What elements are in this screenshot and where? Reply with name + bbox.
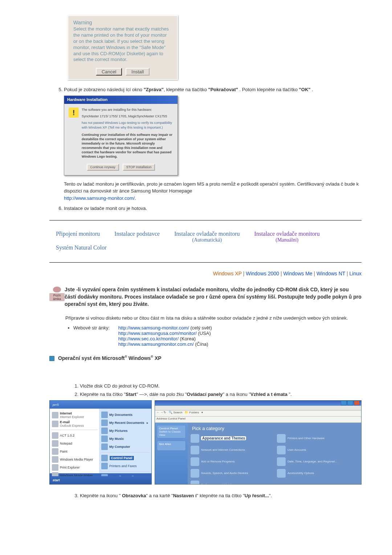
install-tabs: Připojení monitoru Instalace podstavce I… (49, 228, 362, 254)
cancel-button[interactable]: Cancel (96, 68, 122, 76)
start-menu-left: InternetInternet Explorer E-mailOutlook … (50, 409, 99, 473)
link-web-china[interactable]: http://www.samsungmonitor.com.cn/ (118, 341, 194, 347)
link-web-world[interactable]: http://www.samsung-monitor.com/ (118, 325, 189, 331)
tab-natural-color[interactable]: Systém Natural Color (49, 244, 113, 252)
note-icon (53, 287, 61, 292)
warning-text: Select the monitor name that exactly mat… (73, 26, 172, 63)
divider (49, 220, 362, 220)
link-web-usa[interactable]: http://www.samsungusa.com/monitor/ (118, 331, 197, 336)
web-links-item: Webové str ánky: http://www.samsung-moni… (73, 325, 362, 347)
step-5: Pokud je zobrazeno následuj ící okno "Zp… (64, 86, 362, 202)
screenshot-composite: perli InternetInternet Explorer E-mailOu… (49, 400, 362, 485)
warning-dialog: Warning Select the monitor name that exa… (68, 15, 178, 80)
link-windows-2000[interactable]: Windows 2000 (246, 271, 279, 276)
prepare-text: Přípravte si volnou disketu nebo ur čito… (65, 315, 362, 322)
hardware-installation-dialog: Hardware Installation ! The software you… (64, 96, 178, 175)
samsung-monitor-link[interactable]: http://www.samsung-monitor.com/ (64, 195, 135, 201)
address-bar: ← → ↻ 🔍 Search 📁 Folders ▾ (155, 410, 361, 417)
xp-step-1: Vložte disk CD do jednot ky CD-ROM. (80, 383, 362, 390)
continue-anyway-button[interactable]: Continue Anyway (87, 164, 119, 171)
link-windows-xp[interactable]: Windows XP (213, 271, 242, 276)
tab-stand[interactable]: Instalace podstavce (108, 230, 166, 238)
xp-step-3: Klepněte na ikonu " Obrazovka" a na kart… (80, 493, 362, 499)
pick-category-heading: Pick a category (192, 426, 358, 431)
tab-connect[interactable]: Připojení monitoru (49, 230, 106, 238)
step-6: Instalace ov ladače monit oru je hotova. (64, 205, 362, 212)
stop-installation-button[interactable]: STOP Installation (123, 164, 155, 171)
link-windows-nt[interactable]: Windows NT (317, 271, 345, 276)
warning-heading: Warning (73, 20, 172, 25)
start-menu-user: perli (53, 403, 59, 406)
note-text: Jste -li vyzvání opera čním systémem k i… (65, 286, 362, 308)
link-linux[interactable]: Linux (350, 271, 362, 276)
divider-2 (49, 262, 362, 263)
install-button[interactable]: Install (126, 68, 150, 76)
warning-icon: ! (69, 108, 82, 159)
link-web-korea[interactable]: http://www.sec.co.kr/monitor/ (118, 336, 179, 341)
xp-step-2: Klepněte na tla čítko "Start" —>, dále n… (80, 391, 362, 398)
tab-driver-auto[interactable]: Instalace ovladače monitoru(Automatická) (168, 230, 246, 244)
dialog-title: Hardware Installation (64, 96, 177, 104)
start-menu-right: My Documents My Recent Documents ▸ My Pi… (99, 409, 151, 473)
os-heading-xp: Operační syst ém Microsoft® Windows® XP (49, 355, 362, 361)
bullet-icon (49, 356, 54, 361)
start-button[interactable]: start (53, 478, 60, 482)
os-links: Windows XP | Windows 2000 | Windows Me |… (49, 271, 362, 276)
tab-driver-manual[interactable]: Instalace ovladače monitoru(Manuální) (248, 230, 326, 244)
start-menu: perli InternetInternet Explorer E-mailOu… (49, 400, 152, 485)
note-label: Pozn ámka (49, 293, 65, 301)
control-panel-window: ← → ↻ 🔍 Search 📁 Folders ▾ Address Contr… (155, 400, 362, 485)
cat-appearance[interactable]: Appearance and Themes (191, 434, 272, 443)
note-block: Pozn ámka Jste -li vyzvání opera čním sy… (49, 286, 362, 308)
start-menu-control-panel[interactable]: Control Panel (109, 455, 134, 461)
window-title-buttons (155, 401, 361, 406)
link-windows-me[interactable]: Windows Me (283, 271, 312, 276)
